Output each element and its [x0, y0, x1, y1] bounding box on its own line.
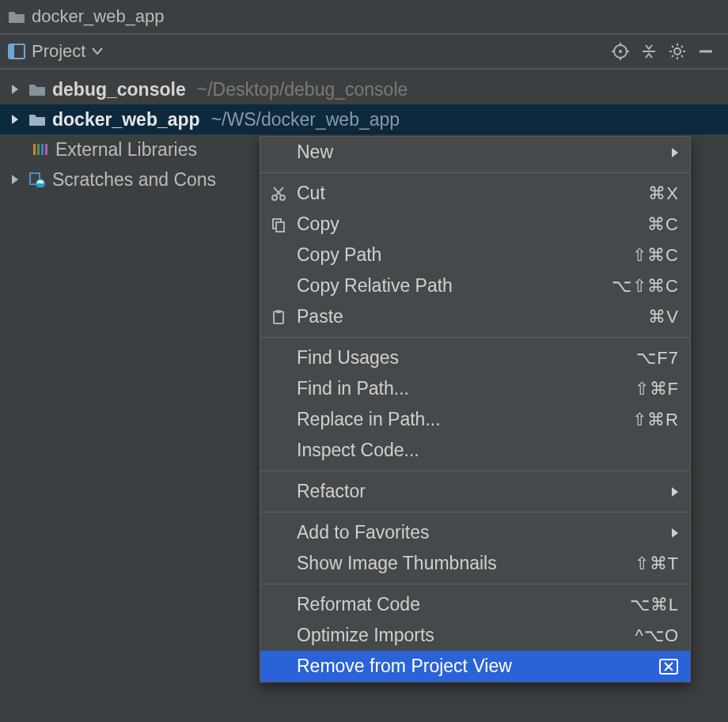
svg-rect-31 [276, 222, 284, 232]
folder-icon [27, 112, 47, 127]
menu-item-add-to-favorites[interactable]: Add to Favorites [260, 517, 690, 548]
tree-item-path: ~/WS/docker_web_app [211, 109, 400, 130]
minimize-icon [697, 43, 715, 60]
copy-icon [267, 217, 290, 232]
menu-item-shortcut: ⌘X [648, 183, 679, 204]
menu-item-copy-path[interactable]: Copy Path ⇧⌘C [260, 240, 690, 270]
project-toolbar: Project [0, 33, 728, 70]
menu-item-inspect-code[interactable]: Inspect Code... [260, 435, 690, 466]
tree-item-label: External Libraries [55, 139, 197, 161]
submenu-arrow-icon [671, 486, 679, 497]
menu-item-new[interactable]: New [260, 137, 690, 168]
tree-item-path: ~/Desktop/debug_console [197, 79, 408, 100]
submenu-arrow-icon [671, 527, 679, 539]
project-view-selector[interactable]: Project [8, 41, 103, 62]
menu-item-find-usages[interactable]: Find Usages ⌥F7 [260, 342, 690, 373]
menu-item-label: Cut [297, 183, 642, 204]
collapse-icon [640, 43, 658, 60]
menu-item-label: Find in Path... [297, 378, 628, 399]
menu-item-label: Copy Relative Path [297, 275, 605, 297]
tree-row-debug-console[interactable]: debug_console ~/Desktop/debug_console [0, 74, 728, 104]
project-view-icon [8, 43, 25, 59]
menu-item-label: Copy [297, 214, 641, 235]
svg-line-14 [672, 46, 673, 47]
svg-rect-21 [41, 144, 44, 155]
chevron-down-icon [92, 47, 103, 55]
menu-item-shortcut: ⇧⌘C [632, 245, 679, 266]
menu-item-shortcut: ^⌥O [635, 626, 679, 646]
menu-item-copy-relative-path[interactable]: Copy Relative Path ⌥⇧⌘C [260, 270, 690, 301]
target-icon [612, 43, 629, 60]
menu-separator [260, 512, 690, 512]
menu-item-label: Paste [297, 306, 642, 327]
gear-icon [669, 43, 686, 60]
svg-line-16 [672, 55, 673, 57]
locate-button[interactable] [606, 37, 635, 66]
menu-item-label: New [297, 142, 665, 163]
context-menu: New Cut ⌘X Copy ⌘C Copy Path ⇧⌘C Copy Re… [260, 136, 691, 682]
menu-item-remove-from-project-view[interactable]: Remove from Project View [260, 651, 690, 682]
svg-point-9 [674, 48, 681, 55]
expander-icon[interactable] [8, 174, 22, 185]
menu-item-replace-in-path[interactable]: Replace in Path... ⇧⌘R [260, 404, 690, 435]
libraries-icon [30, 142, 51, 157]
scratches-icon [27, 172, 47, 187]
menu-item-shortcut: ⌥⌘L [630, 595, 679, 615]
menu-item-label: Refactor [297, 481, 665, 502]
menu-separator [260, 172, 690, 173]
svg-rect-1 [9, 44, 14, 59]
tree-item-label: docker_web_app [52, 109, 200, 130]
svg-line-15 [681, 55, 683, 57]
folder-icon [27, 82, 47, 96]
menu-item-shortcut: ⌥⇧⌘C [612, 276, 679, 297]
menu-separator [260, 337, 690, 338]
menu-item-refactor[interactable]: Refactor [260, 476, 690, 507]
menu-item-show-thumbnails[interactable]: Show Image Thumbnails ⇧⌘T [260, 548, 690, 579]
menu-item-label: Optimize Imports [297, 625, 629, 646]
svg-rect-33 [276, 310, 281, 313]
menu-separator [260, 471, 690, 471]
tree-item-label: debug_console [52, 79, 186, 100]
cut-icon [267, 186, 290, 202]
hide-button[interactable] [692, 37, 720, 66]
svg-rect-20 [37, 144, 40, 155]
paste-icon [267, 309, 290, 325]
svg-rect-32 [274, 312, 283, 323]
delete-icon [658, 658, 679, 675]
menu-item-shortcut: ⇧⌘F [635, 379, 679, 399]
menu-item-optimize-imports[interactable]: Optimize Imports ^⌥O [260, 620, 690, 651]
menu-item-label: Copy Path [297, 244, 626, 266]
settings-button[interactable] [663, 37, 692, 66]
menu-item-label: Show Image Thumbnails [297, 553, 628, 574]
menu-item-label: Find Usages [297, 347, 630, 369]
menu-item-label: Inspect Code... [297, 440, 673, 461]
tree-row-docker-web-app[interactable]: docker_web_app ~/WS/docker_web_app [0, 104, 728, 134]
expander-icon[interactable] [8, 84, 22, 95]
menu-item-label: Remove from Project View [297, 656, 652, 677]
menu-separator [260, 584, 690, 584]
menu-item-reformat-code[interactable]: Reformat Code ⌥⌘L [260, 589, 690, 620]
menu-item-label: Add to Favorites [297, 522, 665, 543]
menu-item-paste[interactable]: Paste ⌘V [260, 301, 690, 332]
svg-point-3 [619, 50, 622, 53]
menu-item-shortcut: ⌥F7 [636, 348, 679, 369]
svg-rect-22 [45, 144, 47, 155]
menu-item-cut[interactable]: Cut ⌘X [260, 178, 690, 209]
menu-item-label: Reformat Code [297, 594, 624, 615]
menu-item-shortcut: ⇧⌘T [635, 554, 679, 574]
titlebar: docker_web_app [0, 0, 728, 33]
collapse-all-button[interactable] [635, 37, 663, 66]
menu-item-shortcut: ⌘C [647, 214, 679, 235]
menu-item-shortcut: ⇧⌘R [632, 410, 679, 430]
window-title: docker_web_app [32, 6, 165, 27]
menu-item-copy[interactable]: Copy ⌘C [260, 209, 690, 240]
submenu-arrow-icon [671, 147, 679, 158]
svg-line-17 [681, 46, 683, 47]
project-view-label: Project [32, 41, 85, 62]
expander-icon[interactable] [8, 114, 22, 125]
folder-icon [8, 9, 25, 24]
svg-rect-19 [33, 144, 36, 155]
menu-item-shortcut: ⌘V [648, 307, 679, 327]
tree-item-label: Scratches and Cons [52, 169, 216, 191]
menu-item-find-in-path[interactable]: Find in Path... ⇧⌘F [260, 373, 690, 404]
